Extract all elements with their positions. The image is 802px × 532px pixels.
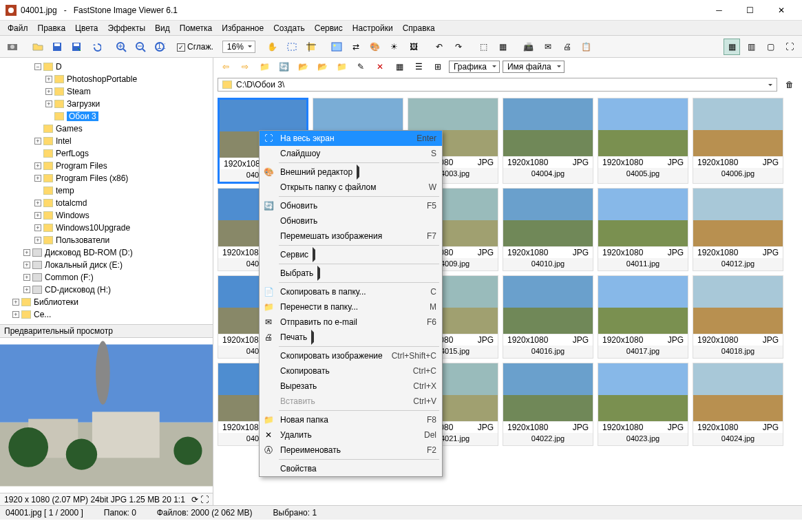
single-view-button[interactable]: ▢ [762, 39, 779, 55]
tree-item[interactable]: PerfLogs [1, 147, 211, 160]
rotate-ccw-icon[interactable]: ↶ [431, 39, 447, 55]
photo-icon[interactable] [328, 39, 345, 55]
menu-Создать[interactable]: Создать [268, 22, 310, 34]
thumbnail[interactable]: 1920x1080JPG04023.jpg [598, 363, 688, 446]
view-thumbs-icon[interactable]: ▦ [391, 58, 408, 75]
thumbnail[interactable]: 1920x1080JPG04005.jpg [598, 98, 688, 184]
print-icon[interactable]: 🖨 [559, 39, 576, 55]
nav-up-icon[interactable]: 📁 [256, 58, 273, 75]
rect-select-icon[interactable] [284, 39, 300, 55]
camera-icon[interactable] [4, 39, 21, 55]
thumbnail[interactable]: 1920x1080JPG04011.jpg [598, 188, 688, 271]
context-item[interactable]: 📁Новая папкаF8 [260, 412, 442, 427]
tree-item[interactable]: +Steam [1, 85, 211, 98]
context-item[interactable]: СлайдшоуS [260, 146, 442, 161]
smooth-checkbox[interactable]: ✓Сглаж. [177, 42, 213, 52]
thumbnail-view-button[interactable]: ▦ [724, 39, 740, 55]
context-item[interactable]: 🖨Печать [260, 330, 442, 345]
thumbnail[interactable]: 1920x1080JPG04024.jpg [693, 363, 783, 446]
newfolder-icon[interactable]: 📁 [333, 58, 350, 75]
tree-item[interactable]: +Program Files [1, 160, 211, 172]
context-item[interactable]: Скопировать изображениеCtrl+Shift+C [260, 348, 442, 363]
context-item[interactable]: ВырезатьCtrl+X [260, 379, 442, 394]
menu-Настройки[interactable]: Настройки [348, 22, 398, 34]
menu-Пометка[interactable]: Пометка [175, 22, 218, 34]
close-button[interactable]: ✕ [766, 1, 796, 20]
saveas-icon[interactable] [68, 39, 85, 55]
scan-icon[interactable]: 📠 [520, 39, 537, 55]
crop-icon[interactable] [303, 39, 319, 55]
context-item[interactable]: 📄Скопировать в папку...C [260, 284, 442, 299]
tree-item[interactable]: +Windows [1, 209, 211, 222]
fav-add-icon[interactable]: 📂 [295, 58, 311, 75]
context-item[interactable]: 🎨Внешний редактор [260, 164, 442, 180]
email-icon[interactable]: ✉ [540, 39, 556, 55]
context-item[interactable]: 🔄ОбновитьF5 [260, 198, 442, 213]
context-item[interactable]: ✕УдалитьDel [260, 427, 442, 443]
tree-item[interactable]: +CD-дисковод (H:) [1, 284, 211, 296]
context-item[interactable]: ⒶПереименоватьF2 [260, 443, 442, 458]
tree-item[interactable]: Обои 3 [1, 110, 211, 123]
context-item[interactable]: Свойства [260, 461, 442, 476]
nav-forward-icon[interactable]: ⇨ [237, 58, 253, 75]
tree-item[interactable]: +Локальный диск (E:) [1, 259, 211, 271]
view-list-icon[interactable]: ☰ [410, 58, 427, 75]
path-field[interactable]: C:\D\Обои 3\ [218, 78, 777, 92]
open-icon[interactable] [30, 39, 46, 55]
view-details-icon[interactable]: ⊞ [430, 58, 446, 75]
thumbnail[interactable]: 1920x1080JPG04017.jpg [598, 275, 688, 359]
menu-Эффекты[interactable]: Эффекты [103, 22, 151, 34]
tree-item[interactable]: Games [1, 123, 211, 135]
context-item[interactable]: 📁Перенести в папку...M [260, 299, 442, 315]
thumbnail[interactable]: 1920x1080JPG04004.jpg [503, 98, 593, 184]
context-item[interactable]: Сервис [260, 247, 442, 262]
thumbnail[interactable]: 1920x1080JPG04022.jpg [503, 363, 593, 446]
copy-icon[interactable]: 📋 [578, 39, 595, 55]
tree-item[interactable]: +Пользователи [1, 234, 211, 246]
tree-item[interactable]: +Intel [1, 135, 211, 147]
zoom-in-icon[interactable] [113, 39, 129, 55]
maximize-button[interactable]: ☐ [735, 1, 766, 20]
context-item[interactable]: ⛶На весь экранEnter [260, 131, 442, 146]
menu-Сервис[interactable]: Сервис [310, 22, 348, 34]
menu-Избранное[interactable]: Избранное [217, 22, 268, 34]
context-menu[interactable]: ⛶На весь экранEnterСлайдшоуS🎨Внешний ред… [259, 130, 443, 477]
tree-item[interactable]: +Common (F:) [1, 271, 211, 284]
undo-icon[interactable] [87, 39, 104, 55]
tree-item[interactable]: +Загрузки [1, 98, 211, 110]
tree-item[interactable]: +Библиотеки [1, 296, 211, 308]
rename-icon[interactable]: ✎ [352, 58, 369, 75]
save-icon[interactable] [49, 39, 65, 55]
tree-item[interactable]: +Дисковод BD-ROM (D:) [1, 246, 211, 259]
canvas-icon[interactable]: ▦ [495, 39, 511, 55]
context-item[interactable]: Обновить [260, 213, 442, 228]
dual-view-button[interactable]: ▥ [743, 39, 759, 55]
thumbnail[interactable]: 1920x1080JPG04010.jpg [503, 188, 593, 271]
menu-Правка[interactable]: Правка [33, 22, 71, 34]
menu-Справка[interactable]: Справка [398, 22, 440, 34]
wallpaper-icon[interactable]: 🖼 [405, 39, 422, 55]
tree-item[interactable]: temp [1, 184, 211, 197]
nav-refresh-icon[interactable]: 🔄 [275, 58, 292, 75]
context-item[interactable]: СкопироватьCtrl+C [260, 363, 442, 379]
menu-Файл[interactable]: Файл [3, 22, 33, 34]
zoom-out-icon[interactable] [132, 39, 149, 55]
context-item[interactable]: ✉Отправить по e-mailF6 [260, 315, 442, 330]
thumbnail[interactable]: 1920x1080JPG04018.jpg [693, 275, 783, 359]
tree-item[interactable]: −D [1, 61, 211, 73]
context-item[interactable]: Перемешать изображенияF7 [260, 228, 442, 244]
thumbnail[interactable]: 1920x1080JPG04016.jpg [503, 275, 593, 359]
tree-item[interactable]: +totalcmd [1, 197, 211, 209]
context-item[interactable]: Выбрать [260, 266, 442, 281]
trash-icon[interactable]: 🗑 [781, 76, 798, 93]
tree-item[interactable]: +Се... [1, 308, 211, 321]
rotate-cw-icon[interactable]: ↷ [450, 39, 467, 55]
zoom-dropdown[interactable]: 16% [222, 41, 255, 53]
zoom-actual-icon[interactable]: 1:1 [151, 39, 168, 55]
tree-item[interactable]: +PhotoshopPortable [1, 73, 211, 85]
color-icon[interactable]: 🎨 [367, 39, 383, 55]
resize-icon[interactable]: ⬚ [476, 39, 492, 55]
minimize-button[interactable]: ─ [704, 1, 735, 20]
thumbnail[interactable]: 1920x1080JPG04006.jpg [693, 98, 783, 184]
context-item[interactable]: Открыть папку с файломW [260, 180, 442, 195]
